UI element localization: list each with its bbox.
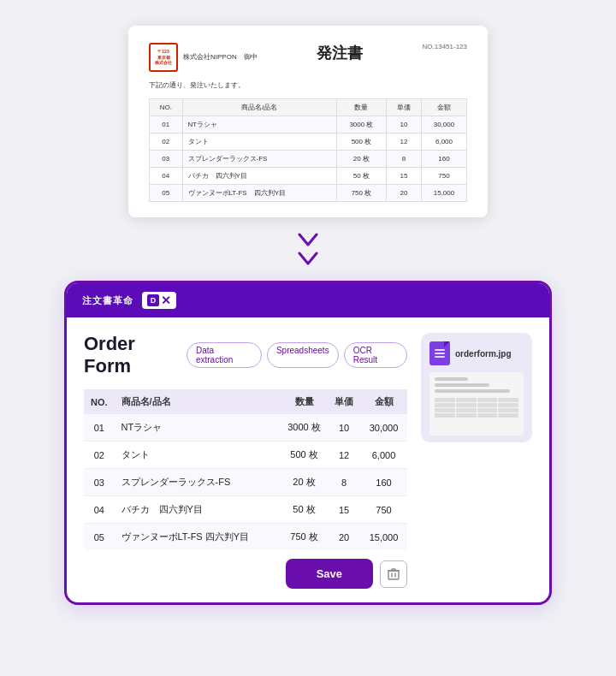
chevron-down-icon xyxy=(296,233,320,250)
table-row: 01NTラシャ3000 枚1030,000 xyxy=(84,414,407,442)
table-cell: 04 xyxy=(84,496,115,524)
svg-rect-0 xyxy=(388,571,399,579)
save-button[interactable]: Save xyxy=(286,559,373,589)
file-line-1 xyxy=(435,349,445,351)
preview-cell xyxy=(498,403,518,407)
preview-cell xyxy=(477,408,498,412)
doc-logo-area: 〒123 東京都 株式会社 株式会社NIPPON 御中 xyxy=(149,43,258,72)
preview-line xyxy=(435,377,468,381)
file-card: orderform.jpg xyxy=(421,333,532,442)
preview-cell xyxy=(477,413,498,418)
table-cell: 15,000 xyxy=(421,185,466,202)
table-cell: 160 xyxy=(421,151,466,168)
table-cell: 03 xyxy=(150,151,183,168)
delete-button[interactable] xyxy=(380,560,407,588)
tag-row: Data extraction Spreadsheets OCR Result xyxy=(187,342,407,368)
table-row: 02タント500 枚126,000 xyxy=(84,442,407,469)
table-cell: NTラシャ xyxy=(115,414,281,442)
company-stamp: 〒123 東京都 株式会社 xyxy=(149,43,178,72)
app-body: Order Form Data extraction Spreadsheets … xyxy=(67,317,549,602)
table-cell: 20 xyxy=(386,185,421,202)
table-cell: 10 xyxy=(328,414,360,442)
app-table: NO. 商品名/品名 数量 単価 金額 01NTラシャ3000 枚1030,00… xyxy=(84,389,407,550)
table-row: 03スプレンダーラックス-FS20 枚8160 xyxy=(150,151,467,168)
table-cell: 20 枚 xyxy=(281,469,328,496)
table-cell: スプレンダーラックス-FS xyxy=(115,469,281,496)
app-title-row: Order Form Data extraction Spreadsheets … xyxy=(84,333,407,377)
table-cell: 02 xyxy=(150,133,183,151)
preview-cell xyxy=(456,413,477,418)
table-cell: 15 xyxy=(386,168,421,185)
app-th-no: NO. xyxy=(84,389,115,414)
preview-cell xyxy=(477,403,498,407)
doc-th-name: 商品名/品名 xyxy=(182,99,336,116)
table-row: 04バチカ 四六判Y目50 枚15750 xyxy=(150,168,467,185)
table-cell: 20 枚 xyxy=(336,151,386,168)
doc-number: NO.13451-123 xyxy=(423,43,467,50)
app-left-panel: Order Form Data extraction Spreadsheets … xyxy=(84,333,407,589)
table-cell: 500 枚 xyxy=(336,133,386,151)
table-cell: 750 xyxy=(421,168,466,185)
preview-cell xyxy=(498,398,518,402)
table-cell: 10 xyxy=(386,116,421,133)
table-cell: 750 枚 xyxy=(281,524,328,551)
table-cell: バチカ 四六判Y目 xyxy=(182,168,336,185)
app-th-price: 単価 xyxy=(328,389,360,414)
table-cell: 04 xyxy=(150,168,183,185)
table-cell: 750 xyxy=(360,496,407,524)
file-icon-lines xyxy=(435,349,445,358)
table-cell: NTラシャ xyxy=(182,116,336,133)
app-th-name: 商品名/品名 xyxy=(115,389,281,414)
preview-cell xyxy=(435,408,455,412)
table-cell: 30,000 xyxy=(421,116,466,133)
tag-ocr-result[interactable]: OCR Result xyxy=(344,342,407,368)
table-cell: 12 xyxy=(386,133,421,151)
doc-th-no: NO. xyxy=(150,99,183,116)
table-cell: 30,000 xyxy=(360,414,407,442)
trash-icon xyxy=(388,567,400,581)
table-cell: バチカ 四六判Y目 xyxy=(115,496,281,524)
file-name: orderform.jpg xyxy=(455,349,512,359)
app-right-panel: orderform.jpg xyxy=(421,333,532,589)
document-card: 〒123 東京都 株式会社 株式会社NIPPON 御中 発注書 NO.13451… xyxy=(128,26,488,217)
tag-data-extraction[interactable]: Data extraction xyxy=(187,342,262,368)
preview-line xyxy=(435,383,489,387)
table-cell: 03 xyxy=(84,469,115,496)
preview-line xyxy=(435,389,510,393)
file-info: orderform.jpg xyxy=(429,341,524,365)
table-row: 05ヴァンヌーボLT-FS 四六判Y目750 枚2015,000 xyxy=(84,524,407,551)
table-row: 03スプレンダーラックス-FS20 枚8160 xyxy=(84,469,407,496)
table-cell: 12 xyxy=(328,442,360,469)
table-row: 05ヴァンヌーボLT-FS 四六判Y目750 枚2015,000 xyxy=(150,185,467,202)
table-cell: 02 xyxy=(84,442,115,469)
preview-cell xyxy=(456,403,477,407)
table-cell: スプレンダーラックス-FS xyxy=(182,151,336,168)
chevron-down-icon-2 xyxy=(296,252,320,269)
chevron-area xyxy=(296,233,320,269)
doc-company-name: 株式会社NIPPON 御中 xyxy=(183,52,258,63)
table-cell: 05 xyxy=(150,185,183,202)
table-cell: 01 xyxy=(150,116,183,133)
table-cell: 3000 枚 xyxy=(281,414,328,442)
bottom-action-row: Save xyxy=(84,559,407,589)
app-th-amount: 金額 xyxy=(360,389,407,414)
tag-spreadsheets[interactable]: Spreadsheets xyxy=(267,342,339,368)
table-cell: ヴァンヌーボLT-FS 四六判Y目 xyxy=(115,524,281,551)
preview-cell xyxy=(435,398,455,402)
preview-cell xyxy=(435,413,455,418)
doc-th-price: 単価 xyxy=(386,99,421,116)
preview-cell xyxy=(498,413,518,418)
table-cell: 3000 枚 xyxy=(336,116,386,133)
table-row: 01NTラシャ3000 枚1030,000 xyxy=(150,116,467,133)
app-th-qty: 数量 xyxy=(281,389,328,414)
doc-title: 発注書 xyxy=(317,43,363,63)
preview-cell xyxy=(498,408,518,412)
table-cell: 20 xyxy=(328,524,360,551)
table-cell: 6,000 xyxy=(360,442,407,469)
file-preview xyxy=(429,372,524,436)
preview-cell xyxy=(456,398,477,402)
table-cell: 15,000 xyxy=(360,524,407,551)
app-brand: 注文書革命 xyxy=(82,294,133,307)
file-icon xyxy=(429,341,450,365)
app-header: 注文書革命 D ✕ xyxy=(67,283,549,317)
